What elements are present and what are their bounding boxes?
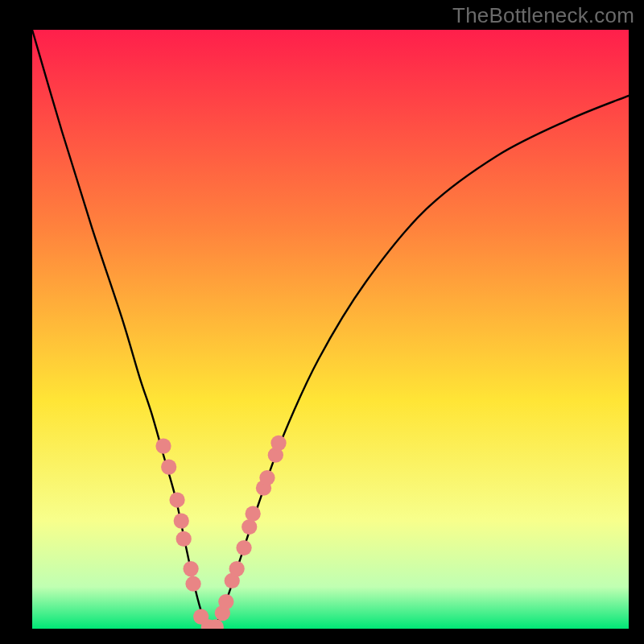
highlight-dot [270,436,286,451]
plot-gradient-bg [32,30,629,629]
highlight-dot [229,561,245,576]
chart-frame: TheBottleneck.com [0,0,644,644]
highlight-dot [236,540,251,555]
highlight-dot [246,506,261,522]
highlight-dot [169,492,184,507]
highlight-dot [174,513,189,528]
highlight-dot [155,438,171,453]
watermark-text: TheBottleneck.com [452,3,634,28]
bottleneck-chart [0,0,644,644]
highlight-dot [176,531,192,547]
highlight-dot [183,561,198,576]
highlight-dot [259,470,275,485]
highlight-dot [242,519,257,535]
highlight-dot [218,594,233,609]
highlight-dot [185,576,200,592]
highlight-dot [161,459,176,474]
